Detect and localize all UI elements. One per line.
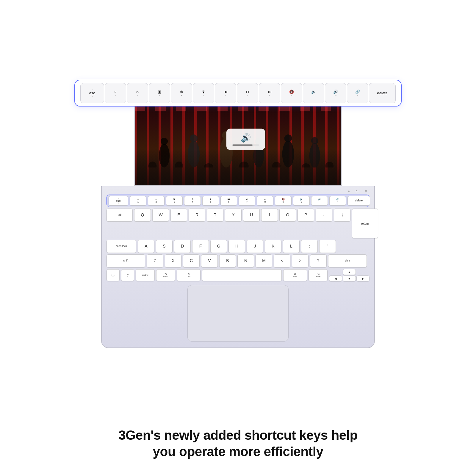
key-j[interactable]: J xyxy=(247,240,263,253)
key-fn[interactable]: fn ∧ xyxy=(121,269,134,281)
key-c[interactable]: C xyxy=(183,254,200,267)
key-p[interactable]: P xyxy=(298,209,314,222)
key-u[interactable]: U xyxy=(243,209,260,222)
key-h[interactable]: H xyxy=(228,240,245,253)
bottom-line1: 3Gen's newly added shortcut keys help xyxy=(104,427,372,443)
volume-bar-fill xyxy=(232,145,253,146)
key-f[interactable]: F xyxy=(192,240,209,253)
key-s[interactable]: S xyxy=(156,240,173,253)
key-v[interactable]: V xyxy=(201,254,218,267)
key-arrow-left[interactable]: ◀ xyxy=(329,275,342,281)
indicator-a: A xyxy=(348,190,350,193)
key-space[interactable] xyxy=(202,269,282,281)
key-option-right[interactable]: ⌥ option xyxy=(309,269,328,281)
main-container: ~ esc \ ○ 1 ☼ 2 ▣ 3 ⊕ 4 🎙 5 ⏮ xyxy=(0,0,476,476)
svg-point-9 xyxy=(284,134,292,142)
key-fn-6[interactable]: ⏮ 6 xyxy=(220,196,237,206)
key-fn-3[interactable]: ▣ 3 xyxy=(166,196,183,206)
bottom-line2: you operate more efficiently xyxy=(104,443,372,460)
key-cmd-left[interactable]: ⌘ cmd xyxy=(177,269,201,281)
key-slash[interactable]: ? xyxy=(310,254,327,267)
key-large-1[interactable]: ○ 1 xyxy=(105,83,126,103)
key-large-equal[interactable]: 🔗 + xyxy=(347,83,368,103)
shortcut-bar-large: ~ esc \ ○ 1 ☼ 2 ▣ 3 ⊕ 4 🎙 5 ⏮ xyxy=(74,80,402,107)
key-i[interactable]: I xyxy=(261,209,278,222)
key-g[interactable]: G xyxy=(210,240,227,253)
key-option-left[interactable]: ⌥ option xyxy=(156,269,175,281)
key-r[interactable]: R xyxy=(189,209,205,222)
key-large-esc[interactable]: ~ esc \ xyxy=(80,83,104,103)
key-q[interactable]: Q xyxy=(134,209,151,222)
row-qwerty: tab Q W E R T Y U I O P { } return xyxy=(107,209,369,238)
key-fn-5[interactable]: 🎙 5 xyxy=(202,196,219,206)
key-fn-equal[interactable]: 🔗 + xyxy=(329,196,346,206)
key-y[interactable]: Y xyxy=(225,209,242,222)
key-large-2[interactable]: ☼ 2 xyxy=(127,83,148,103)
key-cmd-right[interactable]: ⌘ cmd xyxy=(283,269,307,281)
key-z[interactable]: Z xyxy=(147,254,163,267)
screen-video: ✓ ≡+ ↪ ⋮ 🔊 xyxy=(135,93,341,185)
key-o[interactable]: O xyxy=(279,209,296,222)
key-w[interactable]: W xyxy=(152,209,169,222)
key-large-8[interactable]: ⏭ 8 xyxy=(259,83,280,103)
keyboard-indicators: A B↑ ⊞ xyxy=(107,189,369,195)
volume-icon: 🔊 xyxy=(241,133,251,143)
key-m[interactable]: M xyxy=(256,254,272,267)
key-large-0[interactable]: 🔉 0 xyxy=(303,83,324,103)
key-d[interactable]: D xyxy=(174,240,191,253)
key-capslock[interactable]: caps lock xyxy=(107,240,136,253)
row-bottom: ⊕ fn ∧ control ⌥ option ⌘ cmd xyxy=(107,269,369,281)
key-arrow-down[interactable]: ▼ xyxy=(343,275,356,281)
svg-point-11 xyxy=(311,137,318,144)
key-fn-1[interactable]: ○ 1 xyxy=(130,196,146,206)
key-semicolon[interactable]: : xyxy=(301,240,318,253)
key-fn-8[interactable]: ⏭ 8 xyxy=(257,196,273,206)
key-comma[interactable]: < xyxy=(274,254,290,267)
row-zxcv: shift Z X C V B N M < > ? shift xyxy=(107,254,369,267)
key-fn-0[interactable]: 🔉 0 xyxy=(293,196,310,206)
key-x[interactable]: X xyxy=(165,254,181,267)
key-control[interactable]: control xyxy=(136,269,155,281)
key-k[interactable]: K xyxy=(265,240,281,253)
key-quote[interactable]: " xyxy=(319,240,336,253)
key-rbracket[interactable]: } xyxy=(334,209,350,222)
row-asdf: caps lock A S D F G H J K L : " xyxy=(107,240,369,253)
key-large-4[interactable]: ⊕ 4 xyxy=(171,83,192,103)
key-large-9[interactable]: 🔇 9 xyxy=(281,83,302,103)
key-globe[interactable]: ⊕ xyxy=(107,269,120,281)
key-fn-4[interactable]: ⊕ 4 xyxy=(184,196,201,206)
key-large-7[interactable]: ⏯ 7 xyxy=(237,83,258,103)
key-fn-esc[interactable]: ~ esc \ xyxy=(109,196,128,206)
key-large-3[interactable]: ▣ 3 xyxy=(149,83,170,103)
key-large-minus[interactable]: 🔊 — xyxy=(325,83,346,103)
trackpad[interactable] xyxy=(187,285,289,342)
key-t[interactable]: T xyxy=(207,209,223,222)
indicator-grid: ⊞ xyxy=(365,190,367,193)
key-l[interactable]: L xyxy=(283,240,300,253)
key-b[interactable]: B xyxy=(219,254,236,267)
key-fn-delete[interactable]: delete xyxy=(347,196,370,206)
key-return[interactable]: return xyxy=(352,209,378,238)
key-large-delete[interactable]: delete xyxy=(369,83,396,103)
fn-row: ~ esc \ ○ 1 ☼ 2 ▣ 3 ⊕ 4 xyxy=(107,195,369,207)
key-fn-2[interactable]: ☼ 2 xyxy=(148,196,165,206)
key-period[interactable]: > xyxy=(292,254,309,267)
key-fn-9[interactable]: 🔇 9 xyxy=(275,196,292,206)
volume-bar xyxy=(232,145,259,146)
key-large-6[interactable]: ⏮ 6 xyxy=(215,83,236,103)
svg-point-1 xyxy=(161,138,168,145)
key-shift-left[interactable]: shift xyxy=(107,254,145,267)
key-lbracket[interactable]: { xyxy=(316,209,332,222)
key-large-5[interactable]: 🎙 5 xyxy=(193,83,214,103)
key-n[interactable]: N xyxy=(237,254,254,267)
keyboard-rows: tab Q W E R T Y U I O P { } return xyxy=(107,209,369,281)
key-a[interactable]: A xyxy=(138,240,154,253)
key-e[interactable]: E xyxy=(170,209,187,222)
indicator-bt: B↑ xyxy=(356,190,359,193)
key-fn-minus[interactable]: 🔊 — xyxy=(311,196,328,206)
key-tab[interactable]: tab xyxy=(107,209,133,222)
key-shift-right[interactable]: shift xyxy=(328,254,367,267)
key-arrow-up[interactable]: ▲ xyxy=(343,269,356,275)
key-fn-7[interactable]: ⏯ 7 xyxy=(239,196,255,206)
key-arrow-right[interactable]: ▶ xyxy=(356,275,369,281)
